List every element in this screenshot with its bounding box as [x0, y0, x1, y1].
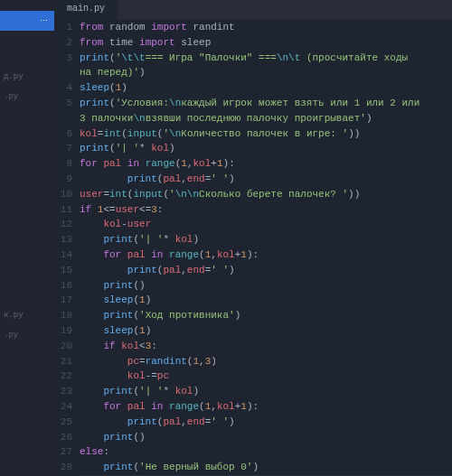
- code-line[interactable]: kol-=pc: [80, 369, 452, 384]
- code-area[interactable]: 1234567891011121314151617181920212223242…: [54, 20, 452, 476]
- token-op: [121, 249, 127, 260]
- code-line[interactable]: print('Условия:\nкаждый игрок может взят…: [80, 96, 452, 111]
- sidebar-item[interactable]: .py: [0, 325, 54, 345]
- token-kw: in: [151, 401, 163, 412]
- sidebar-item[interactable]: [0, 0, 54, 11]
- code-line[interactable]: print(pal,end=' '): [80, 172, 452, 187]
- sidebar-item[interactable]: [0, 31, 54, 42]
- code-line[interactable]: print(): [80, 278, 452, 294]
- token-op: -=: [146, 370, 157, 381]
- token-op: :: [157, 204, 164, 215]
- line-number: 5: [54, 96, 72, 111]
- token-esc: \n: [169, 98, 181, 108]
- token-kw: if: [80, 204, 91, 215]
- token-op: (): [133, 280, 145, 291]
- sidebar-item-active[interactable]: ⋮: [0, 11, 54, 31]
- more-icon[interactable]: ⋮: [38, 16, 47, 25]
- token-op: ,: [211, 401, 217, 412]
- token-op: [121, 158, 127, 169]
- code-line[interactable]: print(pal,end=' '): [80, 263, 452, 278]
- line-number: 7: [54, 141, 72, 156]
- sidebar-item[interactable]: .py: [0, 87, 54, 107]
- code-line[interactable]: print(): [80, 430, 452, 445]
- line-number: [54, 111, 72, 126]
- line-number: 12: [54, 217, 72, 232]
- token-fn: print: [127, 416, 157, 427]
- file-sidebar[interactable]: ⋮ д.py .py к.py .py: [0, 0, 54, 476]
- token-id: pal: [163, 173, 181, 184]
- code-line[interactable]: if kol<3:: [80, 339, 452, 354]
- token-kw: from: [80, 37, 103, 48]
- token-op: [80, 341, 103, 351]
- code-line[interactable]: for pal in range(1,kol+1):: [80, 399, 452, 415]
- token-op: ,: [199, 356, 205, 367]
- code-line[interactable]: sleep(1): [80, 293, 452, 308]
- token-op: [80, 294, 103, 305]
- code-line[interactable]: from random import randint: [80, 20, 452, 35]
- token-str: 'Не верный выбор 0': [139, 462, 252, 472]
- code-lines[interactable]: from random import randintfrom time impo…: [80, 20, 452, 476]
- token-bi: input: [133, 189, 163, 200]
- code-line[interactable]: print(pal,end=' '): [80, 415, 452, 430]
- code-line[interactable]: 3 палочки\nвзявши последнюю палочку прои…: [80, 111, 452, 126]
- sidebar-item[interactable]: д.py: [0, 67, 54, 87]
- code-line[interactable]: print('\t\t=== Игра "Палочки" ===\n\t (п…: [80, 51, 452, 66]
- token-fn: print: [103, 386, 133, 397]
- token-id: end: [187, 265, 205, 275]
- token-op: ):: [247, 401, 259, 412]
- token-fn: print: [127, 265, 157, 275]
- code-line[interactable]: from time import sleep: [80, 35, 452, 51]
- token-id: user: [80, 189, 103, 200]
- token-id: pal: [103, 158, 121, 169]
- token-fn: print: [80, 98, 109, 108]
- token-str: (просчитайте ходы: [300, 52, 408, 63]
- token-kw: in: [127, 158, 139, 169]
- token-op: (: [121, 128, 127, 139]
- code-line[interactable]: kol=int(input('\nКоличество палочек в иг…: [80, 126, 452, 142]
- tab-main-py[interactable]: main.py: [54, 0, 118, 20]
- token-op: ): [139, 67, 146, 78]
- token-str: 'Ход противника': [139, 310, 235, 321]
- token-fn: print: [103, 462, 133, 472]
- code-line[interactable]: print('| '* kol): [80, 232, 452, 247]
- token-num: 1: [217, 158, 223, 169]
- token-op: ):: [223, 158, 235, 169]
- token-id: kol: [127, 370, 146, 381]
- code-line[interactable]: print('Ход противника'): [80, 308, 452, 323]
- token-op: *: [163, 386, 174, 397]
- code-line[interactable]: print('| '* kol): [80, 141, 452, 156]
- code-line[interactable]: else:: [80, 444, 452, 460]
- token-op: [80, 219, 103, 229]
- token-fn: sleep: [103, 325, 133, 336]
- token-str: ' ': [211, 416, 229, 427]
- line-number: 26: [54, 430, 72, 445]
- code-line[interactable]: if 1<=user<=3:: [80, 202, 452, 218]
- token-id: kol: [151, 143, 169, 154]
- token-str: 'Условия:: [116, 98, 169, 108]
- token-str: '| ': [139, 234, 163, 245]
- token-op: ,: [181, 416, 187, 427]
- token-id: kol: [80, 128, 98, 139]
- code-line[interactable]: user=int(input('\n\nСколько берете палоч…: [80, 187, 452, 202]
- line-number: 20: [54, 339, 72, 354]
- token-str: '| ': [139, 386, 163, 397]
- token-id: kol: [103, 219, 121, 229]
- token-mod: random: [109, 22, 146, 33]
- code-line[interactable]: на перед)'): [80, 65, 452, 80]
- code-line[interactable]: pc=randint(1,3): [80, 354, 452, 369]
- code-line[interactable]: for pal in range(1,kol+1):: [80, 247, 452, 263]
- code-line[interactable]: print('Не верный выбор 0'): [80, 460, 452, 475]
- token-bi: range: [169, 249, 199, 260]
- code-line[interactable]: sleep(1): [80, 80, 452, 96]
- token-op: )): [348, 189, 360, 200]
- code-line[interactable]: sleep(1): [80, 323, 452, 339]
- token-op: =: [139, 356, 146, 367]
- code-line[interactable]: for pal in range(1,kol+1):: [80, 156, 452, 172]
- code-line[interactable]: kol-user: [80, 217, 452, 232]
- sidebar-item[interactable]: к.py: [0, 305, 54, 325]
- line-number: 25: [54, 415, 72, 430]
- code-line[interactable]: print('| '* kol): [80, 384, 452, 399]
- token-op: [80, 280, 103, 291]
- line-number: 28: [54, 460, 72, 475]
- token-op: ): [193, 234, 199, 245]
